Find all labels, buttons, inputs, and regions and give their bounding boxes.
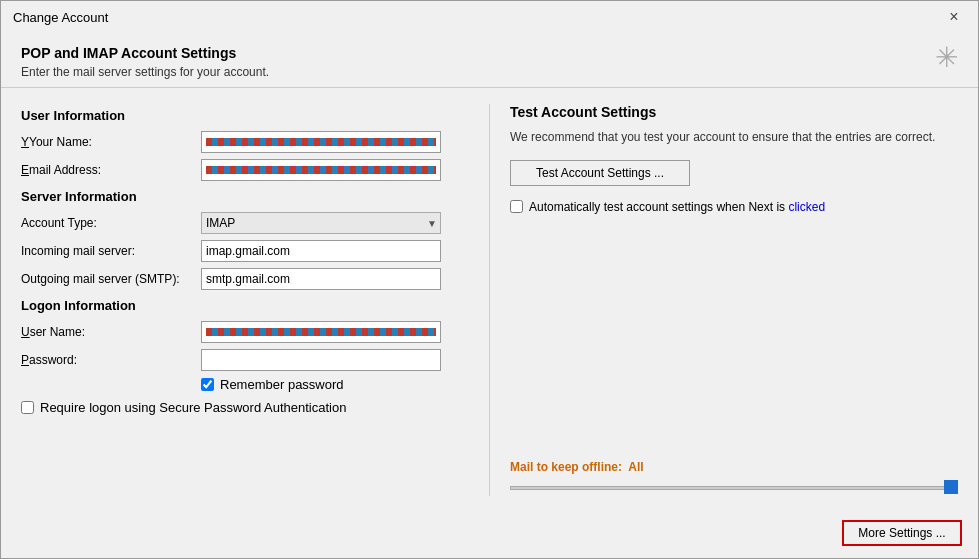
- settings-icon: ✳: [935, 41, 958, 74]
- header-title: POP and IMAP Account Settings: [21, 45, 269, 61]
- account-type-select-wrapper: IMAP POP3 ▼: [201, 212, 441, 234]
- incoming-server-input[interactable]: [201, 240, 441, 262]
- auto-test-checkbox[interactable]: [510, 200, 523, 213]
- account-type-select[interactable]: IMAP POP3: [201, 212, 441, 234]
- password-row: Password:: [21, 349, 469, 371]
- mail-offline-label: Mail to keep offline: All: [510, 460, 958, 474]
- require-logon-label: Require logon using Secure Password Auth…: [40, 400, 346, 415]
- user-name-row: User Name:: [21, 321, 469, 343]
- your-name-label: YYour Name:: [21, 135, 201, 149]
- clicked-text: clicked: [788, 200, 825, 214]
- test-settings-description: We recommend that you test your account …: [510, 128, 958, 146]
- password-label: Password:: [21, 353, 201, 367]
- incoming-server-row: Incoming mail server:: [21, 240, 469, 262]
- require-logon-row: Require logon using Secure Password Auth…: [21, 400, 469, 415]
- close-button[interactable]: ×: [942, 5, 966, 29]
- dialog-title: Change Account: [13, 10, 108, 25]
- email-address-value[interactable]: [201, 159, 441, 181]
- slider-track: [510, 486, 958, 490]
- remember-password-label: Remember password: [220, 377, 344, 392]
- logon-info-section-title: Logon Information: [21, 298, 469, 313]
- your-name-row: YYour Name:: [21, 131, 469, 153]
- auto-test-row: Automatically test account settings when…: [510, 198, 958, 216]
- test-account-settings-button[interactable]: Test Account Settings ...: [510, 160, 690, 186]
- auto-test-label: Automatically test account settings when…: [529, 198, 825, 216]
- server-info-section-title: Server Information: [21, 189, 469, 204]
- require-logon-checkbox[interactable]: [21, 401, 34, 414]
- title-bar: Change Account ×: [1, 1, 978, 33]
- header-section: POP and IMAP Account Settings Enter the …: [1, 33, 978, 88]
- footer: More Settings ...: [1, 512, 978, 558]
- user-info-section-title: User Information: [21, 108, 469, 123]
- mail-offline-slider[interactable]: [510, 480, 958, 496]
- outgoing-server-label: Outgoing mail server (SMTP):: [21, 272, 201, 286]
- user-name-label: User Name:: [21, 325, 201, 339]
- test-settings-title: Test Account Settings: [510, 104, 958, 120]
- outgoing-server-row: Outgoing mail server (SMTP):: [21, 268, 469, 290]
- slider-thumb[interactable]: [944, 480, 958, 494]
- your-name-value[interactable]: [201, 131, 441, 153]
- email-address-label: Email Address:: [21, 163, 201, 177]
- right-panel: Test Account Settings We recommend that …: [489, 104, 958, 496]
- outgoing-server-input[interactable]: [201, 268, 441, 290]
- mail-offline-section: Mail to keep offline: All: [510, 450, 958, 496]
- email-address-row: Email Address:: [21, 159, 469, 181]
- password-input[interactable]: [201, 349, 441, 371]
- main-content: User Information YYour Name: Email Addre…: [1, 88, 978, 512]
- header-subtitle: Enter the mail server settings for your …: [21, 65, 269, 79]
- user-name-value[interactable]: [201, 321, 441, 343]
- account-type-row: Account Type: IMAP POP3 ▼: [21, 212, 469, 234]
- more-settings-button[interactable]: More Settings ...: [842, 520, 962, 546]
- remember-password-row: Remember password: [201, 377, 469, 392]
- incoming-server-label: Incoming mail server:: [21, 244, 201, 258]
- left-panel: User Information YYour Name: Email Addre…: [21, 104, 469, 496]
- account-type-label: Account Type:: [21, 216, 201, 230]
- remember-password-checkbox[interactable]: [201, 378, 214, 391]
- change-account-dialog: Change Account × POP and IMAP Account Se…: [0, 0, 979, 559]
